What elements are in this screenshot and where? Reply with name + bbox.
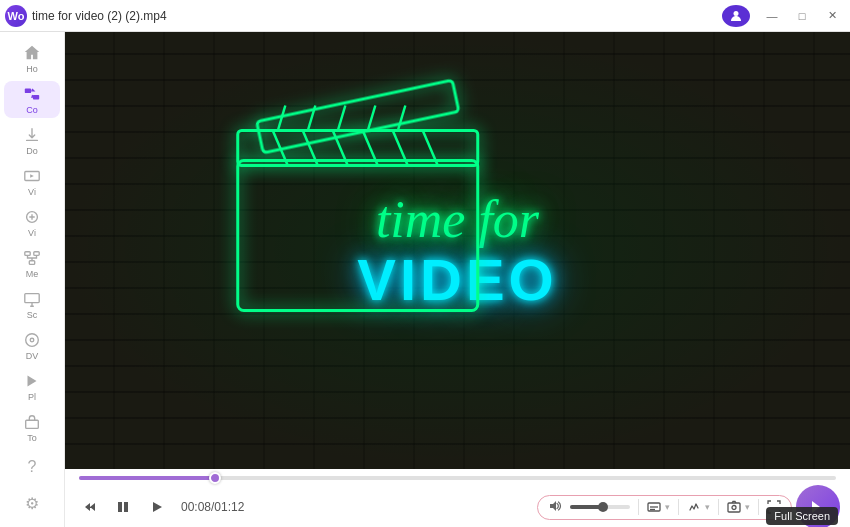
svg-point-32: [732, 506, 736, 510]
fullscreen-control[interactable]: [767, 500, 781, 514]
app-icon: Wo: [0, 0, 32, 32]
sidebar-item-toolbox[interactable]: To: [4, 410, 60, 447]
svg-rect-31: [728, 503, 740, 512]
progress-fill: [79, 476, 215, 480]
progress-track[interactable]: [79, 476, 836, 480]
video-player: time for VIDEO: [65, 32, 850, 527]
speed-control[interactable]: ▾: [687, 500, 710, 514]
app-window: Ho Co Do Vi Vi Me Sc DV: [0, 32, 850, 527]
svg-rect-5: [25, 252, 30, 256]
user-icon[interactable]: [722, 5, 750, 27]
caption-caret: ▾: [665, 502, 670, 512]
sidebar-label-screen: Sc: [27, 310, 38, 320]
sidebar-bottom: ? ⚙: [12, 451, 52, 519]
divider-4: [758, 499, 759, 515]
sidebar-label-player: Pl: [28, 392, 36, 402]
time-display: 00:08/01:12: [181, 500, 244, 514]
sidebar-label-toolbox: To: [27, 433, 37, 443]
play-button[interactable]: [143, 493, 171, 521]
progress-thumb[interactable]: [209, 472, 221, 484]
svg-line-23: [333, 105, 349, 129]
maximize-button[interactable]: □: [788, 6, 816, 26]
volume-icon: [548, 499, 562, 516]
svg-rect-11: [26, 421, 39, 429]
title-bar: Wo time for video (2) (2).mp4 — □ ✕: [0, 0, 850, 32]
sidebar-item-video-edit[interactable]: Vi: [4, 163, 60, 200]
help-icon-btn[interactable]: ?: [12, 451, 52, 483]
sidebar-item-dvd[interactable]: DV: [4, 328, 60, 365]
right-controls-group: ▾ ▾: [537, 495, 792, 520]
svg-rect-6: [34, 252, 39, 256]
sidebar-item-download[interactable]: Do: [4, 122, 60, 159]
sidebar-label-home: Ho: [26, 64, 38, 74]
svg-rect-26: [118, 502, 122, 512]
sidebar-item-compress[interactable]: Vi: [4, 204, 60, 241]
sidebar-label-dvd: DV: [26, 351, 39, 361]
divider-3: [718, 499, 719, 515]
screenshot-caret: ▾: [745, 502, 750, 512]
sidebar-label-download: Do: [26, 146, 38, 156]
svg-rect-12: [237, 160, 477, 310]
sidebar-label-compress: Vi: [28, 228, 36, 238]
svg-rect-8: [25, 294, 39, 303]
video-content: time for VIDEO: [357, 190, 558, 311]
sidebar-item-home[interactable]: Ho: [4, 40, 60, 77]
svg-rect-1: [25, 88, 31, 93]
action-button[interactable]: [796, 485, 840, 527]
caption-control[interactable]: ▾: [647, 500, 670, 514]
sidebar-label-convert: Co: [26, 105, 38, 115]
close-button[interactable]: ✕: [818, 6, 846, 26]
sidebar-item-screen[interactable]: Sc: [4, 287, 60, 324]
sidebar-item-convert[interactable]: Co: [4, 81, 60, 118]
divider-2: [678, 499, 679, 515]
pause-button[interactable]: [109, 493, 137, 521]
svg-rect-7: [29, 261, 34, 265]
screenshot-control[interactable]: ▾: [727, 500, 750, 514]
app-icon-letter: Wo: [8, 10, 25, 22]
rewind-button[interactable]: [75, 493, 103, 521]
divider-1: [638, 499, 639, 515]
controls-row: 00:08/01:12: [75, 487, 840, 527]
video-controls-bar: 00:08/01:12: [65, 469, 850, 527]
settings-icon-btn[interactable]: ⚙: [12, 487, 52, 519]
svg-rect-27: [124, 502, 128, 512]
svg-line-24: [363, 105, 379, 129]
svg-point-10: [30, 338, 34, 342]
controls-right: ▾ ▾: [537, 485, 840, 527]
sidebar-label-merge: Me: [26, 269, 39, 279]
video-frame[interactable]: time for VIDEO: [65, 32, 850, 469]
sidebar-item-merge[interactable]: Me: [4, 245, 60, 282]
speed-caret: ▾: [705, 502, 710, 512]
svg-point-0: [734, 11, 739, 16]
sidebar-item-player[interactable]: Pl: [4, 369, 60, 406]
volume-thumb[interactable]: [598, 502, 608, 512]
sidebar-label-video: Vi: [28, 187, 36, 197]
sidebar: Ho Co Do Vi Vi Me Sc DV: [0, 32, 65, 527]
window-controls: — □ ✕: [758, 6, 846, 26]
main-content: version Upgrade: [65, 32, 850, 527]
svg-point-9: [26, 334, 39, 347]
clapperboard-icon: [197, 50, 517, 330]
volume-slider[interactable]: [570, 505, 630, 509]
minimize-button[interactable]: —: [758, 6, 786, 26]
file-title: time for video (2) (2).mp4: [32, 9, 722, 23]
header-icons: [722, 5, 750, 27]
